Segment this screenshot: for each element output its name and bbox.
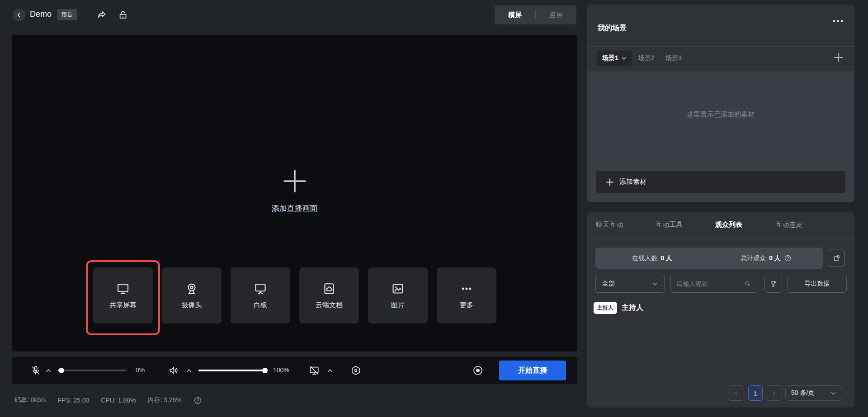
settings-hexagon-icon xyxy=(350,365,361,376)
mic-volume-slider[interactable] xyxy=(58,370,127,371)
popout-window-button[interactable] xyxy=(828,249,845,267)
source-whiteboard[interactable]: 白板 xyxy=(231,267,290,323)
bitrate-value: 码率: 0kb/s xyxy=(14,396,46,404)
source-camera[interactable]: 摄像头 xyxy=(162,267,222,323)
pagination-current-page[interactable]: 1 xyxy=(748,385,763,401)
speaker-button[interactable] xyxy=(168,365,179,376)
online-value: 0 人 xyxy=(660,254,672,262)
orientation-portrait[interactable]: 竖屏 xyxy=(536,11,576,19)
screen-share-toggle-button[interactable] xyxy=(309,365,320,376)
add-scene-button[interactable] xyxy=(833,52,844,63)
fps-value: FPS: 25.00 xyxy=(57,397,89,404)
tab-chat[interactable]: 聊天互动 xyxy=(596,220,623,229)
interaction-panel: 聊天互动 互动工具 观众列表 互动连麦 在线人数 0 人 总计观众 0 人 全部 xyxy=(587,212,854,408)
page-title: Demo xyxy=(30,9,52,19)
scenes-panel-title: 我的场景 xyxy=(598,23,627,33)
nickname-search xyxy=(670,275,757,293)
page-size-select[interactable]: 50 条/页 xyxy=(785,385,842,401)
status-bar: 码率: 0kb/s FPS: 25.00 CPU: 1.88% 内存: 3.26… xyxy=(14,394,202,407)
source-buttons-row: 共享屏幕 摄像头 白板 云端文档 图片 更多 xyxy=(93,267,496,323)
record-button[interactable] xyxy=(472,365,483,376)
orientation-landscape[interactable]: 横屏 xyxy=(495,11,535,19)
screen-share-off-icon xyxy=(309,365,320,376)
mic-menu-caret[interactable] xyxy=(45,368,52,373)
back-button[interactable] xyxy=(13,9,25,21)
source-label: 云端文档 xyxy=(316,301,343,309)
screen-share-icon xyxy=(116,282,130,295)
plus-icon xyxy=(283,169,307,193)
add-live-source-label: 添加直播画面 xyxy=(12,203,577,214)
unlock-icon xyxy=(118,9,128,20)
viewer-list-item: 主持人 主持人 xyxy=(594,302,643,314)
live-canvas: 添加直播画面 共享屏幕 摄像头 白板 云端文档 图片 xyxy=(12,35,577,351)
export-data-button[interactable]: 导出数据 xyxy=(788,275,847,293)
viewer-name: 主持人 xyxy=(622,303,643,313)
orientation-toggle: 横屏 竖屏 xyxy=(495,5,576,24)
chevron-right-icon xyxy=(771,390,777,396)
tab-co-stream[interactable]: 互动连麦 xyxy=(775,220,802,229)
source-screen-share[interactable]: 共享屏幕 xyxy=(93,267,153,323)
pagination-next-button[interactable] xyxy=(766,385,782,401)
source-label: 更多 xyxy=(460,301,473,309)
chevron-up-icon xyxy=(186,368,192,373)
chevron-up-icon xyxy=(45,368,52,373)
chevron-left-icon xyxy=(15,11,23,19)
scenes-menu-button[interactable]: ••• xyxy=(833,17,844,25)
ranking-button[interactable] xyxy=(764,275,782,293)
more-icon xyxy=(460,282,473,295)
app-root: Demo 预告 横屏 竖屏 添加直播画面 共享屏幕 摄像头 xyxy=(0,0,868,417)
mic-mute-button[interactable] xyxy=(30,365,41,376)
source-more[interactable]: 更多 xyxy=(437,267,496,323)
scene-tab-label: 场景1 xyxy=(602,54,618,62)
online-label: 在线人数 xyxy=(632,254,657,262)
nickname-search-input[interactable] xyxy=(676,280,735,287)
total-value: 0 人 xyxy=(769,254,781,262)
lock-button[interactable] xyxy=(118,9,128,20)
slider-thumb[interactable] xyxy=(59,368,64,373)
add-material-label: 添加素材 xyxy=(619,178,646,186)
speaker-volume-value: 100% xyxy=(273,366,289,374)
plus-icon xyxy=(833,52,844,63)
question-circle-icon[interactable] xyxy=(784,254,792,262)
trophy-icon xyxy=(769,280,777,288)
tab-tools[interactable]: 互动工具 xyxy=(656,220,683,229)
start-live-button[interactable]: 开始直播 xyxy=(499,361,566,380)
slider-thumb[interactable] xyxy=(262,368,268,373)
speaker-volume-slider[interactable] xyxy=(198,370,268,371)
add-live-source[interactable]: 添加直播画面 xyxy=(12,169,577,214)
source-image[interactable]: 图片 xyxy=(368,267,428,323)
help-button[interactable] xyxy=(193,396,202,405)
camera-icon xyxy=(185,282,198,295)
pagination-prev-button[interactable] xyxy=(728,385,744,401)
filter-select[interactable]: 全部 xyxy=(595,275,665,293)
source-label: 图片 xyxy=(391,301,405,309)
speaker-menu-caret[interactable] xyxy=(186,368,192,373)
preview-badge: 预告 xyxy=(57,9,77,20)
source-label: 摄像头 xyxy=(182,301,202,309)
chevron-up-icon xyxy=(327,368,333,373)
share-button[interactable] xyxy=(96,9,107,20)
host-role-badge: 主持人 xyxy=(594,302,617,314)
cloud-doc-icon xyxy=(322,282,336,295)
total-label: 总计观众 xyxy=(741,254,766,262)
scene-tab-1-active[interactable]: 场景1 xyxy=(597,51,632,66)
screen-share-menu-caret[interactable] xyxy=(327,368,333,373)
settings-button[interactable] xyxy=(350,365,361,376)
filter-select-value: 全部 xyxy=(602,280,615,288)
popout-icon xyxy=(833,254,840,262)
slider-fill xyxy=(198,370,268,371)
scene-tab-2[interactable]: 场景2 xyxy=(638,54,655,62)
chevron-down-icon xyxy=(830,390,836,396)
mic-off-icon xyxy=(30,365,41,376)
total-count: 总计观众 0 人 xyxy=(709,254,823,262)
speaker-icon xyxy=(168,365,179,376)
add-material-button[interactable]: 添加素材 xyxy=(596,171,845,193)
online-count: 在线人数 0 人 xyxy=(595,254,709,262)
chevron-left-icon xyxy=(733,390,739,396)
search-icon[interactable] xyxy=(744,280,751,287)
source-cloud-doc[interactable]: 云端文档 xyxy=(299,267,359,323)
tab-viewers[interactable]: 观众列表 xyxy=(715,220,742,229)
image-icon xyxy=(391,282,405,295)
divider xyxy=(88,9,88,20)
scene-tab-3[interactable]: 场景3 xyxy=(665,54,682,62)
